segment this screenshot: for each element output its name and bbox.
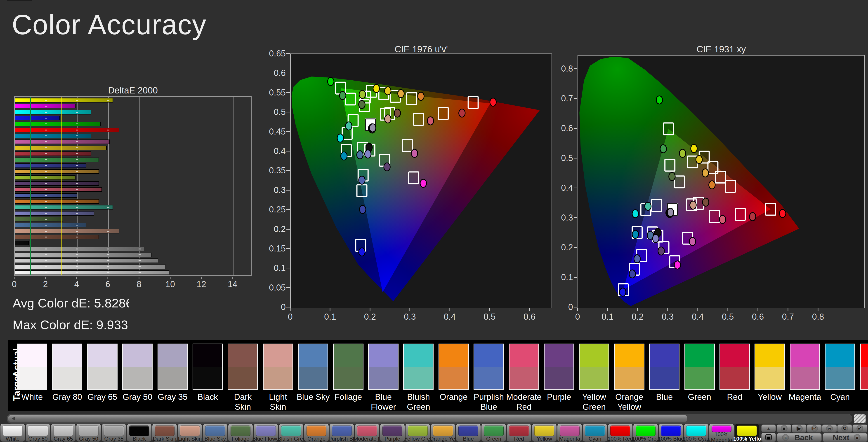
bar-gridline-dash bbox=[45, 100, 47, 101]
window-edge-artifact bbox=[7, 0, 32, 1]
swatch-label: Gray 35 bbox=[155, 392, 191, 402]
pattern-button-label: 100% Red bbox=[607, 436, 634, 442]
pattern-button-100-magenta[interactable]: 100% Magenta bbox=[709, 424, 734, 442]
pattern-button-gray-80[interactable]: Gray 80 bbox=[26, 424, 50, 442]
toolbar-button-check[interactable]: ✔ bbox=[852, 424, 867, 433]
bar-purple bbox=[15, 181, 99, 186]
up-arrow-button[interactable]: ▲ bbox=[761, 424, 776, 432]
bar-gridline-dash bbox=[138, 254, 141, 255]
scrollbar-grip-button[interactable] bbox=[854, 414, 866, 423]
swatch-actual-color bbox=[53, 344, 82, 367]
pattern-button-blue-flower[interactable]: Blue Flower bbox=[254, 424, 278, 442]
toolbar-button-refresh[interactable]: ↻ bbox=[837, 424, 852, 433]
pattern-button-purple[interactable]: Purple bbox=[380, 424, 405, 442]
pattern-button-green[interactable]: Green bbox=[482, 424, 506, 442]
actual-marker bbox=[346, 122, 352, 130]
swatch-label: Green bbox=[682, 392, 718, 402]
pattern-button-cyan[interactable]: Cyan bbox=[583, 424, 607, 442]
actual-marker bbox=[394, 109, 401, 117]
ref-line-fail-limit bbox=[170, 97, 171, 275]
pattern-button-gray-50[interactable]: Gray 50 bbox=[76, 424, 101, 442]
swatch-blue bbox=[649, 344, 680, 390]
cie-y-tickmark bbox=[286, 268, 290, 268]
pattern-button-dark-skin[interactable]: Dark Skin bbox=[152, 424, 177, 442]
pattern-color-chip bbox=[610, 426, 630, 436]
pattern-button-100-cyan[interactable]: 100% Cyan bbox=[684, 424, 708, 442]
horizontal-scrollbar[interactable] bbox=[7, 414, 852, 423]
cie-x-tickmark bbox=[370, 308, 370, 311]
bar-axis-label: 12 bbox=[197, 279, 206, 289]
toolbar-button-stop[interactable]: ■ bbox=[777, 424, 792, 433]
bar-gridline-dash bbox=[76, 183, 78, 184]
pattern-button-yellow-green[interactable]: Yellow Green bbox=[405, 424, 430, 442]
swatch-actual-color bbox=[158, 344, 187, 367]
pattern-button-red[interactable]: Red bbox=[507, 424, 531, 442]
cie-y-axis-label: 0.5 bbox=[544, 153, 573, 163]
cie-x-tickmark bbox=[668, 308, 668, 311]
swatch-actual-color bbox=[369, 344, 398, 367]
actual-marker bbox=[359, 90, 366, 98]
pattern-button-bluish-green[interactable]: Bluish Green bbox=[279, 424, 303, 442]
pattern-button-orange-yellow[interactable]: Orange Yellow bbox=[431, 424, 455, 442]
swatch-actual-color bbox=[826, 344, 855, 367]
cie-y-axis-label: 0.6 bbox=[544, 123, 573, 133]
pattern-color-chip bbox=[281, 426, 301, 436]
bar-gridline-dash bbox=[76, 165, 78, 166]
actual-marker bbox=[680, 149, 686, 157]
cie-y-tickmark bbox=[286, 151, 290, 151]
cie-y-tickmark bbox=[574, 68, 577, 69]
pattern-button-label: Dark Skin bbox=[151, 436, 178, 442]
pattern-color-chip bbox=[3, 426, 23, 436]
bar-gridline-dash bbox=[107, 231, 110, 232]
cie1976-diagram bbox=[290, 54, 552, 308]
bar-gridline-dash bbox=[76, 141, 78, 142]
pattern-button-magenta[interactable]: Magenta bbox=[557, 424, 582, 442]
back-button[interactable]: «Back bbox=[777, 433, 822, 442]
pattern-button-100-red[interactable]: 100% Red bbox=[608, 424, 632, 442]
pattern-button-white[interactable]: White bbox=[0, 424, 25, 442]
cie1931-title: CIE 1931 xy bbox=[578, 44, 865, 55]
bar-blue-sky bbox=[15, 223, 86, 227]
pattern-color-chip bbox=[382, 426, 402, 436]
bar-gridline-dash bbox=[45, 130, 47, 131]
toolbar-button-marker-brackets[interactable]: [··] bbox=[807, 424, 822, 433]
actual-marker bbox=[658, 247, 664, 255]
next-button[interactable]: Next» bbox=[823, 433, 868, 442]
toolbar-button-play[interactable]: ▶ bbox=[792, 424, 807, 433]
bar-axis-tick bbox=[232, 277, 233, 279]
scrollbar-thumb[interactable] bbox=[8, 415, 687, 422]
toolbar-button-loop-infinity[interactable]: ∞ bbox=[822, 424, 837, 433]
pattern-button-purplish-blue[interactable]: Purplish Blue bbox=[330, 424, 354, 442]
bar-moderate-red bbox=[15, 187, 102, 192]
bar-blue-flower bbox=[15, 211, 94, 215]
swatch-orange bbox=[438, 344, 469, 390]
pattern-button-blue[interactable]: Blue bbox=[456, 424, 480, 442]
swatch-target-color bbox=[861, 367, 868, 389]
pattern-button-100-green[interactable]: 100% Green bbox=[633, 424, 658, 442]
actual-marker bbox=[359, 100, 365, 109]
pattern-button-yellow[interactable]: Yellow bbox=[532, 424, 557, 442]
actual-marker bbox=[660, 145, 666, 153]
pattern-button-orange[interactable]: Orange bbox=[304, 424, 329, 442]
actual-marker bbox=[620, 288, 626, 296]
bar-gridline-dash bbox=[107, 100, 110, 101]
swatch-actual-color bbox=[580, 344, 609, 367]
pattern-color-chip bbox=[408, 426, 428, 436]
bar-gridline-dash bbox=[76, 225, 78, 226]
actual-marker bbox=[370, 124, 376, 132]
cie-x-tickmark bbox=[818, 308, 818, 311]
pattern-button-100-blue[interactable]: 100% Blue bbox=[659, 424, 683, 442]
pattern-button-black[interactable]: Black bbox=[127, 424, 151, 442]
pattern-button-gray-35[interactable]: Gray 35 bbox=[102, 424, 126, 442]
pattern-button-light-skin[interactable]: Light Skin bbox=[178, 424, 202, 442]
swatch-label: Blue bbox=[646, 392, 682, 402]
swatch-target-color bbox=[18, 367, 46, 389]
pattern-button-foliage[interactable]: Foliage bbox=[228, 424, 253, 442]
pattern-button-blue-sky[interactable]: Blue Sky bbox=[203, 424, 227, 442]
pattern-button-gray-65[interactable]: Gray 65 bbox=[51, 424, 75, 442]
pattern-button-moderate-red[interactable]: Moderate Red bbox=[355, 424, 379, 442]
pattern-button-100-yellow[interactable]: 100% Yellow bbox=[735, 424, 759, 442]
pattern-window-button[interactable] bbox=[761, 433, 776, 442]
bar-gray-50 bbox=[15, 252, 152, 257]
pattern-button-label: Purplish Blue bbox=[328, 436, 355, 442]
